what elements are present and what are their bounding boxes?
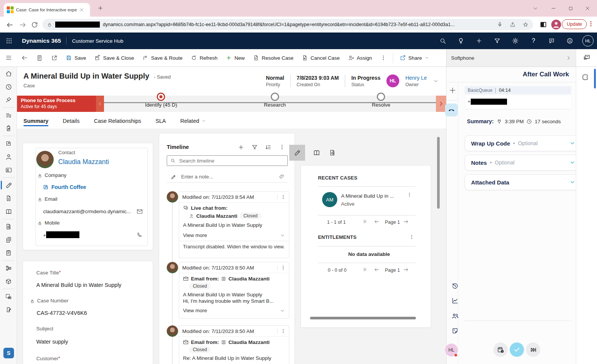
entry-person[interactable]: Claudia Mazzanti [228,339,270,345]
sidebar-queues-icon[interactable] [0,137,17,150]
acw-active-call-session-tab[interactable] [445,104,458,116]
acw-analytics-icon[interactable] [451,297,459,304]
company-value-link[interactable]: Fourth Coffee [51,184,86,190]
window-maximize-icon[interactable] [563,2,578,15]
smiley-icon[interactable] [561,33,579,49]
window-menu-chevron-icon[interactable] [528,2,543,15]
entitlements-more-icon[interactable] [409,234,414,240]
acw-notes-icon[interactable] [451,327,459,335]
skip-acw-button[interactable] [526,342,540,357]
entry-more-icon[interactable] [277,194,286,200]
save-button[interactable]: Save [62,49,90,67]
save-and-route-button[interactable]: Save & Route [138,49,187,67]
sidebar-book-icon[interactable] [0,205,17,218]
entry-subject[interactable]: Re: A Mineral Build Up in Water Supply [183,355,285,361]
new-tab-button[interactable] [98,5,103,11]
share-button[interactable]: Share [395,49,433,67]
timeline-more-icon[interactable] [279,144,285,150]
tab-details[interactable]: Details [63,118,79,129]
browser-back-icon[interactable] [6,21,14,29]
productivity-puzzle-icon[interactable] [581,74,589,81]
sidebar-article-search-icon[interactable] [0,220,17,233]
entry-person[interactable]: Claudia Mazzanti [228,276,270,282]
browser-profile-avatar[interactable] [551,20,561,29]
header-field-owner[interactable]: Henry Le Owner [399,75,429,87]
sidebar-email-icon[interactable] [0,290,17,303]
sidebar-agent-experience-icon[interactable] [0,108,17,122]
softphone-panel-header[interactable]: Softphone [446,49,576,67]
new-button[interactable]: New [222,49,249,67]
prev-page-icon[interactable] [374,267,380,273]
settings-gear-icon[interactable] [506,33,524,49]
recent-case-more-icon[interactable] [407,192,412,197]
share-icon[interactable] [510,22,516,28]
pane-scrollbar[interactable] [594,69,596,88]
owner-value[interactable]: Henry Le [405,75,427,81]
first-page-icon[interactable] [363,267,368,272]
first-page-icon[interactable] [363,219,368,224]
timeline-filter-icon[interactable] [251,144,258,150]
brand-title[interactable]: Dynamics 365 [22,37,61,44]
sidebar-templates-icon[interactable] [0,233,17,246]
search-icon[interactable] [434,33,452,49]
header-expand-chevron-icon[interactable] [433,78,439,84]
sidebar-accounts-icon[interactable] [0,163,17,177]
refresh-button[interactable]: Refresh [187,49,222,67]
wrap-up-code-section[interactable]: Wrap Up Code • Optional [465,135,582,151]
side-panel-icon[interactable] [540,21,547,29]
timeline-entry-email-2[interactable]: Modified on: 7/11/2023 8:50 AM Email fro… [179,325,289,364]
prev-page-icon[interactable] [374,219,380,225]
acw-history-icon[interactable] [451,282,459,290]
entry-more-icon[interactable] [277,328,286,334]
acw-customers-icon[interactable] [451,312,459,320]
bpf-stage-research[interactable]: Research [264,92,286,108]
bpf-process-box[interactable]: Phone to Case Process Active for 45 days [17,96,96,112]
contact-photo-avatar[interactable] [36,151,54,168]
sidebar-products-icon[interactable] [0,275,17,288]
subject-value[interactable]: Water supply [36,339,68,345]
save-and-close-button[interactable]: Save & Close [90,49,138,67]
sidebar-entitlements-book-icon[interactable] [0,246,17,260]
expand-chevron-icon[interactable] [280,233,285,238]
case-title-value[interactable]: A Mineral Build Up in Water Supply [36,282,121,288]
chevron-down-icon[interactable] [569,140,575,146]
expand-chevron-icon[interactable] [280,308,285,313]
tab-case-relationships[interactable]: Case Relationships [94,118,141,129]
app-name[interactable]: Customer Service Hub [72,38,123,44]
window-close-icon[interactable] [580,2,595,15]
recent-case-title[interactable]: A Mineral Build Up in ... [341,193,394,199]
schedule-callback-button[interactable] [493,342,508,357]
complete-acw-button[interactable] [510,342,524,357]
attached-data-section[interactable]: Attached Data [465,174,582,190]
teams-chat-icon[interactable] [583,54,591,62]
timeline-search-input[interactable] [178,158,284,164]
tab-summary[interactable]: Summary [23,118,48,129]
mic-icon[interactable] [497,22,503,28]
sidebar-contacts-icon[interactable] [0,150,17,163]
sidebar-activities-icon[interactable] [0,122,17,135]
send-email-icon[interactable] [136,208,143,215]
quick-create-plus-icon[interactable] [470,33,488,49]
url-bar[interactable]: dynamics.com/main.aspx?appid=6685b74b-fc… [42,19,533,30]
browser-tab[interactable]: Case: Case for Interactive experie [4,3,90,17]
filter-icon[interactable] [488,33,506,49]
collapse-panel-chevron-icon[interactable] [566,55,571,61]
tab-sla[interactable]: SLA [155,118,166,129]
sidebar-flows-icon[interactable] [0,262,17,275]
next-page-icon[interactable] [403,219,409,225]
sidebar-drafts-icon[interactable] [0,303,17,316]
next-page-icon[interactable] [403,267,409,273]
entry-subject[interactable]: A Mineral Build Up in Water Supply [183,222,285,228]
entry-more-icon[interactable] [277,265,286,270]
lightbulb-icon[interactable] [452,33,470,49]
resolve-case-button[interactable]: Resolve Case [249,49,298,67]
sidebar-cases-icon[interactable] [0,178,17,192]
bpf-stage-resolve[interactable]: Resolve [372,92,391,108]
sidebar-recent-icon[interactable] [0,80,17,93]
vertical-scrollbar[interactable] [437,137,440,209]
tab-close-icon[interactable] [79,8,84,12]
view-more-link[interactable]: View more [183,308,207,313]
feedback-chat-icon[interactable] [543,33,561,49]
browser-menu-icon[interactable] [588,20,594,27]
horizontal-scrollbar[interactable] [310,317,416,319]
